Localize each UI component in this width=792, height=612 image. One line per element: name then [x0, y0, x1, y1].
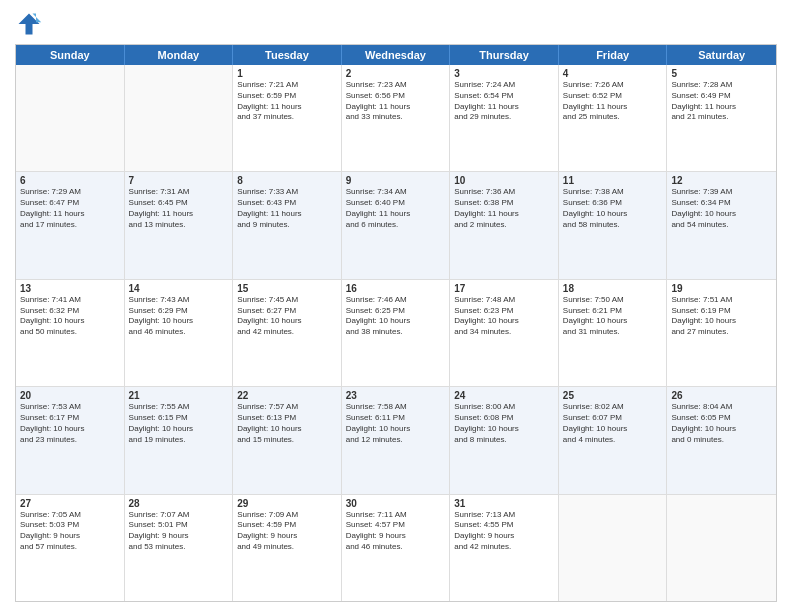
day-number: 16 [346, 283, 446, 294]
day-number: 13 [20, 283, 120, 294]
day-number: 9 [346, 175, 446, 186]
day-number: 1 [237, 68, 337, 79]
cal-cell-0-3: 2Sunrise: 7:23 AM Sunset: 6:56 PM Daylig… [342, 65, 451, 171]
day-number: 24 [454, 390, 554, 401]
day-number: 18 [563, 283, 663, 294]
cal-cell-1-1: 7Sunrise: 7:31 AM Sunset: 6:45 PM Daylig… [125, 172, 234, 278]
calendar-header: SundayMondayTuesdayWednesdayThursdayFrid… [16, 45, 776, 65]
cell-text: Sunrise: 7:26 AM Sunset: 6:52 PM Dayligh… [563, 80, 663, 123]
day-number: 21 [129, 390, 229, 401]
cell-text: Sunrise: 7:36 AM Sunset: 6:38 PM Dayligh… [454, 187, 554, 230]
day-number: 22 [237, 390, 337, 401]
header-cell-sunday: Sunday [16, 45, 125, 65]
page: SundayMondayTuesdayWednesdayThursdayFrid… [0, 0, 792, 612]
cell-text: Sunrise: 7:55 AM Sunset: 6:15 PM Dayligh… [129, 402, 229, 445]
cal-cell-3-4: 24Sunrise: 8:00 AM Sunset: 6:08 PM Dayli… [450, 387, 559, 493]
cell-text: Sunrise: 7:13 AM Sunset: 4:55 PM Dayligh… [454, 510, 554, 553]
logo-icon [15, 10, 43, 38]
day-number: 20 [20, 390, 120, 401]
header-cell-saturday: Saturday [667, 45, 776, 65]
cal-cell-1-4: 10Sunrise: 7:36 AM Sunset: 6:38 PM Dayli… [450, 172, 559, 278]
cell-text: Sunrise: 7:53 AM Sunset: 6:17 PM Dayligh… [20, 402, 120, 445]
header-cell-monday: Monday [125, 45, 234, 65]
calendar-row-0: 1Sunrise: 7:21 AM Sunset: 6:59 PM Daylig… [16, 65, 776, 172]
cal-cell-1-6: 12Sunrise: 7:39 AM Sunset: 6:34 PM Dayli… [667, 172, 776, 278]
header-cell-friday: Friday [559, 45, 668, 65]
day-number: 10 [454, 175, 554, 186]
day-number: 2 [346, 68, 446, 79]
cal-cell-0-4: 3Sunrise: 7:24 AM Sunset: 6:54 PM Daylig… [450, 65, 559, 171]
cell-text: Sunrise: 7:38 AM Sunset: 6:36 PM Dayligh… [563, 187, 663, 230]
cal-cell-2-4: 17Sunrise: 7:48 AM Sunset: 6:23 PM Dayli… [450, 280, 559, 386]
calendar-body: 1Sunrise: 7:21 AM Sunset: 6:59 PM Daylig… [16, 65, 776, 601]
cell-text: Sunrise: 7:34 AM Sunset: 6:40 PM Dayligh… [346, 187, 446, 230]
day-number: 29 [237, 498, 337, 509]
header [15, 10, 777, 38]
cal-cell-2-2: 15Sunrise: 7:45 AM Sunset: 6:27 PM Dayli… [233, 280, 342, 386]
cal-cell-4-1: 28Sunrise: 7:07 AM Sunset: 5:01 PM Dayli… [125, 495, 234, 601]
cal-cell-4-2: 29Sunrise: 7:09 AM Sunset: 4:59 PM Dayli… [233, 495, 342, 601]
cell-text: Sunrise: 7:11 AM Sunset: 4:57 PM Dayligh… [346, 510, 446, 553]
day-number: 7 [129, 175, 229, 186]
day-number: 5 [671, 68, 772, 79]
day-number: 3 [454, 68, 554, 79]
day-number: 27 [20, 498, 120, 509]
cell-text: Sunrise: 7:29 AM Sunset: 6:47 PM Dayligh… [20, 187, 120, 230]
calendar-row-4: 27Sunrise: 7:05 AM Sunset: 5:03 PM Dayli… [16, 495, 776, 601]
svg-marker-0 [19, 14, 40, 35]
cell-text: Sunrise: 7:28 AM Sunset: 6:49 PM Dayligh… [671, 80, 772, 123]
cal-cell-1-0: 6Sunrise: 7:29 AM Sunset: 6:47 PM Daylig… [16, 172, 125, 278]
calendar-row-3: 20Sunrise: 7:53 AM Sunset: 6:17 PM Dayli… [16, 387, 776, 494]
cell-text: Sunrise: 7:07 AM Sunset: 5:01 PM Dayligh… [129, 510, 229, 553]
cell-text: Sunrise: 7:24 AM Sunset: 6:54 PM Dayligh… [454, 80, 554, 123]
day-number: 19 [671, 283, 772, 294]
cal-cell-0-2: 1Sunrise: 7:21 AM Sunset: 6:59 PM Daylig… [233, 65, 342, 171]
day-number: 4 [563, 68, 663, 79]
logo [15, 10, 47, 38]
cell-text: Sunrise: 7:51 AM Sunset: 6:19 PM Dayligh… [671, 295, 772, 338]
calendar-row-1: 6Sunrise: 7:29 AM Sunset: 6:47 PM Daylig… [16, 172, 776, 279]
cal-cell-4-5 [559, 495, 668, 601]
cal-cell-2-5: 18Sunrise: 7:50 AM Sunset: 6:21 PM Dayli… [559, 280, 668, 386]
cal-cell-3-6: 26Sunrise: 8:04 AM Sunset: 6:05 PM Dayli… [667, 387, 776, 493]
cal-cell-3-3: 23Sunrise: 7:58 AM Sunset: 6:11 PM Dayli… [342, 387, 451, 493]
cell-text: Sunrise: 7:09 AM Sunset: 4:59 PM Dayligh… [237, 510, 337, 553]
calendar: SundayMondayTuesdayWednesdayThursdayFrid… [15, 44, 777, 602]
cal-cell-2-0: 13Sunrise: 7:41 AM Sunset: 6:32 PM Dayli… [16, 280, 125, 386]
cell-text: Sunrise: 7:43 AM Sunset: 6:29 PM Dayligh… [129, 295, 229, 338]
cal-cell-4-3: 30Sunrise: 7:11 AM Sunset: 4:57 PM Dayli… [342, 495, 451, 601]
cal-cell-1-2: 8Sunrise: 7:33 AM Sunset: 6:43 PM Daylig… [233, 172, 342, 278]
day-number: 12 [671, 175, 772, 186]
cal-cell-0-0 [16, 65, 125, 171]
cal-cell-4-4: 31Sunrise: 7:13 AM Sunset: 4:55 PM Dayli… [450, 495, 559, 601]
cell-text: Sunrise: 7:39 AM Sunset: 6:34 PM Dayligh… [671, 187, 772, 230]
cal-cell-3-2: 22Sunrise: 7:57 AM Sunset: 6:13 PM Dayli… [233, 387, 342, 493]
cell-text: Sunrise: 7:45 AM Sunset: 6:27 PM Dayligh… [237, 295, 337, 338]
day-number: 30 [346, 498, 446, 509]
cell-text: Sunrise: 7:21 AM Sunset: 6:59 PM Dayligh… [237, 80, 337, 123]
cell-text: Sunrise: 8:02 AM Sunset: 6:07 PM Dayligh… [563, 402, 663, 445]
header-cell-tuesday: Tuesday [233, 45, 342, 65]
day-number: 17 [454, 283, 554, 294]
cell-text: Sunrise: 7:48 AM Sunset: 6:23 PM Dayligh… [454, 295, 554, 338]
cal-cell-4-0: 27Sunrise: 7:05 AM Sunset: 5:03 PM Dayli… [16, 495, 125, 601]
cell-text: Sunrise: 7:46 AM Sunset: 6:25 PM Dayligh… [346, 295, 446, 338]
cell-text: Sunrise: 7:23 AM Sunset: 6:56 PM Dayligh… [346, 80, 446, 123]
day-number: 31 [454, 498, 554, 509]
day-number: 11 [563, 175, 663, 186]
cell-text: Sunrise: 7:50 AM Sunset: 6:21 PM Dayligh… [563, 295, 663, 338]
cal-cell-3-1: 21Sunrise: 7:55 AM Sunset: 6:15 PM Dayli… [125, 387, 234, 493]
day-number: 25 [563, 390, 663, 401]
header-cell-thursday: Thursday [450, 45, 559, 65]
cal-cell-0-5: 4Sunrise: 7:26 AM Sunset: 6:52 PM Daylig… [559, 65, 668, 171]
cal-cell-3-5: 25Sunrise: 8:02 AM Sunset: 6:07 PM Dayli… [559, 387, 668, 493]
cal-cell-4-6 [667, 495, 776, 601]
cell-text: Sunrise: 7:41 AM Sunset: 6:32 PM Dayligh… [20, 295, 120, 338]
cell-text: Sunrise: 7:31 AM Sunset: 6:45 PM Dayligh… [129, 187, 229, 230]
cal-cell-3-0: 20Sunrise: 7:53 AM Sunset: 6:17 PM Dayli… [16, 387, 125, 493]
day-number: 23 [346, 390, 446, 401]
cal-cell-0-6: 5Sunrise: 7:28 AM Sunset: 6:49 PM Daylig… [667, 65, 776, 171]
cell-text: Sunrise: 7:57 AM Sunset: 6:13 PM Dayligh… [237, 402, 337, 445]
day-number: 26 [671, 390, 772, 401]
cell-text: Sunrise: 7:33 AM Sunset: 6:43 PM Dayligh… [237, 187, 337, 230]
